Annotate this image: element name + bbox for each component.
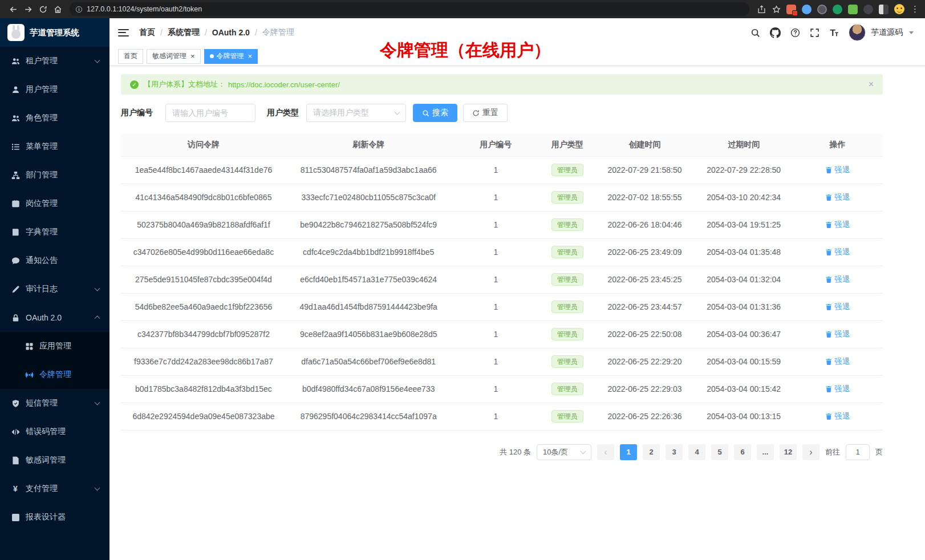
- sidebar-item[interactable]: 角色管理: [0, 104, 109, 132]
- sidebar-item[interactable]: 岗位管理: [0, 189, 109, 218]
- forward-icon[interactable]: [21, 2, 35, 16]
- address-bar[interactable]: 127.0.0.1:1024/system/oauth2/token: [70, 2, 749, 16]
- fullscreen-icon[interactable]: [810, 28, 819, 38]
- created-time-cell: 2022-06-25 23:45:25: [594, 266, 696, 293]
- breadcrumb-item[interactable]: OAuth 2.0: [212, 28, 250, 37]
- view-tab[interactable]: 首页: [118, 49, 143, 64]
- sidebar-item[interactable]: 租户管理: [0, 47, 109, 75]
- user-type-tag: 管理员: [551, 246, 583, 258]
- breadcrumb-item: 令牌管理: [262, 27, 294, 38]
- doc-link[interactable]: https://doc.iocoder.cn/user-center/: [228, 80, 340, 89]
- page-button[interactable]: 2: [643, 444, 660, 460]
- trash-icon: [825, 167, 833, 174]
- force-logout-button[interactable]: 强退: [825, 192, 850, 202]
- sidebar-item[interactable]: 令牌管理: [0, 360, 109, 389]
- prev-page-button[interactable]: ‹: [597, 444, 614, 460]
- site-info-icon[interactable]: [75, 6, 83, 13]
- user-avatar[interactable]: [849, 24, 866, 41]
- extension-icon[interactable]: [817, 5, 827, 14]
- user-type-cell: 管理员: [541, 403, 594, 430]
- page-button[interactable]: 12: [780, 444, 797, 460]
- back-icon[interactable]: [6, 2, 21, 16]
- force-logout-button[interactable]: 强退: [825, 165, 850, 175]
- extension-icon[interactable]: [786, 5, 796, 14]
- collapse-menu-icon[interactable]: [118, 29, 129, 36]
- breadcrumb-separator: /: [255, 28, 257, 37]
- alert-close-icon[interactable]: ×: [869, 80, 874, 89]
- page-size-select[interactable]: 10条/页: [537, 444, 591, 460]
- user-id-cell: 1: [451, 238, 541, 266]
- browser-menu-icon[interactable]: ⋮: [911, 4, 919, 14]
- force-logout-button[interactable]: 强退: [825, 247, 850, 257]
- sidebar-item[interactable]: 应用管理: [0, 332, 109, 360]
- search-form: 用户编号 用户类型 请选择用户类型 搜索 重置: [121, 104, 883, 122]
- created-time-cell: 2022-06-25 23:44:57: [594, 293, 696, 320]
- breadcrumb-item[interactable]: 首页: [139, 27, 155, 38]
- next-page-button[interactable]: ›: [802, 444, 819, 460]
- sidebar-item-label: 令牌管理: [39, 370, 71, 380]
- chevron-down-icon: [395, 109, 400, 115]
- sidebar-item[interactable]: 部门管理: [0, 161, 109, 189]
- sidebar-item[interactable]: 通知公告: [0, 246, 109, 275]
- sidebar-item-label: 敏感词管理: [26, 455, 66, 465]
- sidebar-item[interactable]: 错误码管理: [0, 417, 109, 446]
- sidebar-item[interactable]: 用户管理: [0, 75, 109, 104]
- home-icon[interactable]: [50, 2, 65, 16]
- share-icon[interactable]: [754, 2, 769, 16]
- chevron-down-icon[interactable]: [909, 31, 914, 34]
- access-token-cell: 1ea5e44f8bc1467aaede43144f31de76: [121, 156, 286, 184]
- breadcrumb-item[interactable]: 系统管理: [168, 27, 200, 38]
- page-button[interactable]: 1: [620, 444, 637, 460]
- force-logout-button[interactable]: 强退: [825, 411, 850, 421]
- user-id-input[interactable]: [165, 104, 255, 122]
- extension-icon[interactable]: [879, 5, 889, 14]
- search-icon[interactable]: [750, 28, 760, 38]
- search-button[interactable]: 搜索: [413, 104, 457, 122]
- refresh-token-cell: 333ecfc71e02480cb11055c875c3ca0f: [286, 184, 451, 211]
- expire-time-cell: 2054-03-04 00:15:59: [695, 348, 792, 375]
- force-logout-button[interactable]: 强退: [825, 384, 850, 394]
- app-logo-row[interactable]: 芋道管理系统: [0, 18, 109, 47]
- extension-icon[interactable]: [863, 5, 873, 14]
- sidebar-item[interactable]: 审计日志: [0, 275, 109, 303]
- page-button[interactable]: 6: [734, 444, 751, 460]
- trash-icon: [825, 303, 833, 311]
- refresh-token-cell: 49d1aa46d1454fbd87591444423be9fa: [286, 293, 451, 320]
- view-tab[interactable]: 敏感词管理×: [147, 49, 201, 64]
- extension-icon[interactable]: [833, 5, 842, 14]
- sidebar-item[interactable]: 短信管理: [0, 389, 109, 417]
- extension-icon[interactable]: [802, 5, 812, 14]
- sidebar-item[interactable]: OAuth 2.0: [0, 303, 109, 332]
- page-button[interactable]: 5: [711, 444, 728, 460]
- help-icon[interactable]: [790, 28, 800, 38]
- close-icon[interactable]: ×: [248, 52, 253, 60]
- bookmark-star-icon[interactable]: [769, 2, 784, 16]
- tree-icon: [11, 171, 20, 180]
- column-header: 过期时间: [695, 133, 792, 156]
- github-icon[interactable]: [770, 27, 781, 38]
- font-size-icon[interactable]: [829, 28, 839, 38]
- force-logout-button[interactable]: 强退: [825, 329, 850, 339]
- page-button[interactable]: 3: [666, 444, 683, 460]
- extension-icon[interactable]: [848, 5, 858, 14]
- force-logout-button[interactable]: 强退: [825, 274, 850, 285]
- sidebar-item[interactable]: 菜单管理: [0, 132, 109, 161]
- table-row: 54d6be82ee5a460a9aedc1f9bf22365649d1aa46…: [121, 293, 883, 320]
- force-logout-button[interactable]: 强退: [825, 220, 850, 230]
- close-icon[interactable]: ×: [190, 52, 195, 60]
- profile-avatar-icon[interactable]: [894, 4, 904, 14]
- sidebar-item[interactable]: ¥支付管理: [0, 474, 109, 503]
- sidebar-item[interactable]: 报表设计器: [0, 503, 109, 531]
- sidebar-item-label: 支付管理: [26, 484, 58, 494]
- user-type-select[interactable]: 请选择用户类型: [306, 104, 406, 122]
- force-logout-button[interactable]: 强退: [825, 356, 850, 367]
- sidebar-item[interactable]: 字典管理: [0, 218, 109, 246]
- goto-page-input[interactable]: [846, 444, 870, 460]
- reload-icon[interactable]: [35, 2, 50, 16]
- sidebar-item[interactable]: 敏感词管理: [0, 446, 109, 474]
- pagination-ellipsis[interactable]: ...: [757, 444, 774, 460]
- page-button[interactable]: 4: [688, 444, 705, 460]
- force-logout-button[interactable]: 强退: [825, 302, 850, 312]
- view-tab[interactable]: 令牌管理×: [204, 49, 258, 64]
- reset-button[interactable]: 重置: [463, 104, 508, 122]
